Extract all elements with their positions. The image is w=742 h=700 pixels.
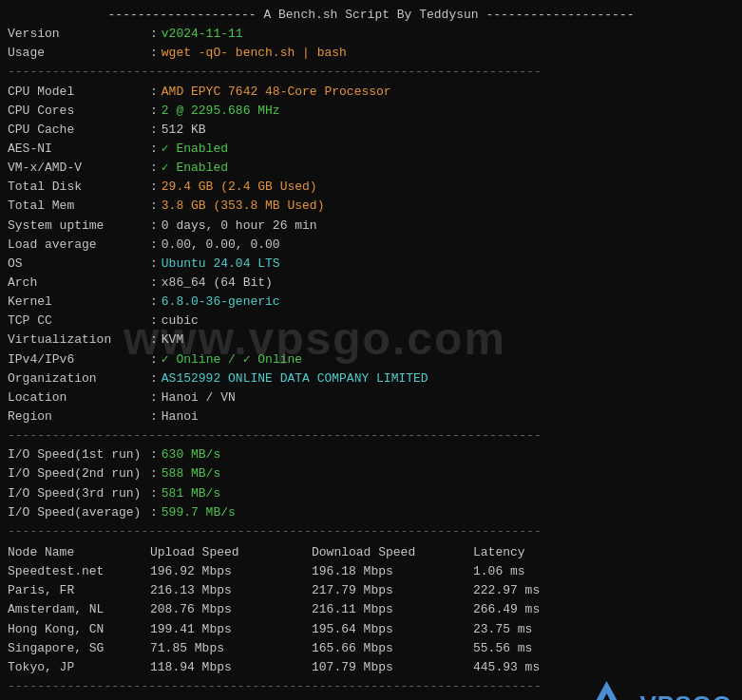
title-line: -------------------- A Bench.sh Script B… bbox=[8, 6, 734, 25]
vm-amd-row: VM-x/AMD-V : ✓ Enabled bbox=[8, 159, 734, 178]
col-upload-header: Upload Speed bbox=[150, 543, 312, 562]
load-value: 0.00, 0.00, 0.00 bbox=[162, 236, 280, 255]
org-label: Organization bbox=[8, 369, 150, 388]
network-upload: 199.41 Mbps bbox=[150, 620, 312, 639]
network-table-row: Amsterdam, NL 208.76 Mbps 216.11 Mbps 26… bbox=[8, 600, 734, 619]
col-latency-header: Latency bbox=[473, 543, 525, 562]
vm-amd-label: VM-x/AMD-V bbox=[8, 159, 150, 178]
io-avg-label: I/O Speed(average) bbox=[8, 503, 150, 522]
title-suffix: -------------------- bbox=[485, 8, 634, 22]
io-run3-row: I/O Speed(3rd run) : 581 MB/s bbox=[8, 484, 734, 503]
ipv4-label: IPv4/IPv6 bbox=[8, 350, 150, 369]
io-run3-label: I/O Speed(3rd run) bbox=[8, 484, 150, 503]
cpu-cores-label: CPU Cores bbox=[8, 102, 150, 121]
network-download: 196.18 Mbps bbox=[312, 562, 473, 581]
io-avg-row: I/O Speed(average) : 599.7 MB/s bbox=[8, 503, 734, 522]
total-disk-value: 29.4 GB (2.4 GB Used) bbox=[162, 178, 317, 197]
io-run1-row: I/O Speed(1st run) : 630 MB/s bbox=[8, 445, 734, 464]
network-latency: 55.56 ms bbox=[473, 639, 532, 658]
vm-amd-value: ✓ Enabled bbox=[162, 159, 228, 178]
network-download: 216.11 Mbps bbox=[312, 600, 473, 619]
network-table-row: Hong Kong, CN 199.41 Mbps 195.64 Mbps 23… bbox=[8, 620, 734, 639]
ipv4-value: ✓ Online / ✓ Online bbox=[162, 350, 302, 369]
usage-row: Usage : wget -qO- bench.sh | bash bbox=[8, 44, 734, 63]
total-mem-value: 3.8 GB (353.8 MB Used) bbox=[162, 197, 325, 216]
network-table-row: Speedtest.net 196.92 Mbps 196.18 Mbps 1.… bbox=[8, 562, 734, 581]
network-table-body: Speedtest.net 196.92 Mbps 196.18 Mbps 1.… bbox=[8, 562, 734, 677]
network-download: 217.79 Mbps bbox=[312, 581, 473, 600]
location-row: Location : Hanoi / VN bbox=[8, 388, 734, 407]
col-node-header: Node Name bbox=[8, 543, 150, 562]
version-value: v2024-11-11 bbox=[162, 25, 243, 44]
cpu-cache-value: 512 KB bbox=[162, 121, 206, 140]
org-row: Organization : AS152992 ONLINE DATA COMP… bbox=[8, 369, 734, 388]
uptime-value: 0 days, 0 hour 26 min bbox=[162, 217, 317, 236]
network-latency: 266.49 ms bbox=[473, 600, 540, 619]
region-label: Region bbox=[8, 407, 150, 426]
network-latency: 445.93 ms bbox=[473, 658, 540, 677]
usage-label: Usage bbox=[8, 44, 150, 63]
aes-ni-row: AES-NI : ✓ Enabled bbox=[8, 140, 734, 159]
virt-row: Virtualization : KVM bbox=[8, 331, 734, 350]
cpu-model-row: CPU Model : AMD EPYC 7642 48-Core Proces… bbox=[8, 83, 734, 102]
io-run1-label: I/O Speed(1st run) bbox=[8, 445, 150, 464]
ipv4-row: IPv4/IPv6 : ✓ Online / ✓ Online bbox=[8, 350, 734, 369]
divider-2: ----------------------------------------… bbox=[8, 426, 734, 445]
total-mem-label: Total Mem bbox=[8, 197, 150, 216]
load-label: Load average bbox=[8, 236, 150, 255]
total-mem-row: Total Mem : 3.8 GB (353.8 MB Used) bbox=[8, 197, 734, 216]
io-run2-value: 588 MB/s bbox=[162, 464, 220, 483]
region-value: Hanoi bbox=[162, 407, 199, 426]
network-table-row: Tokyo, JP 118.94 Mbps 107.79 Mbps 445.93… bbox=[8, 658, 734, 677]
title-prefix: -------------------- bbox=[108, 8, 257, 22]
os-value: Ubuntu 24.04 LTS bbox=[162, 255, 280, 274]
cpu-model-value: AMD EPYC 7642 48-Core Processor bbox=[162, 83, 391, 102]
kernel-row: Kernel : 6.8.0-36-generic bbox=[8, 293, 734, 312]
version-row: Version : v2024-11-11 bbox=[8, 25, 734, 44]
total-disk-label: Total Disk bbox=[8, 178, 150, 197]
kernel-value: 6.8.0-36-generic bbox=[162, 293, 280, 312]
network-upload: 118.94 Mbps bbox=[150, 658, 312, 677]
arch-row: Arch : x86_64 (64 Bit) bbox=[8, 274, 734, 293]
arch-label: Arch bbox=[8, 274, 150, 293]
network-download: 107.79 Mbps bbox=[312, 658, 473, 677]
aes-ni-label: AES-NI bbox=[8, 140, 150, 159]
network-node: Singapore, SG bbox=[8, 639, 150, 658]
os-label: OS bbox=[8, 255, 150, 274]
tcp-cc-label: TCP CC bbox=[8, 312, 150, 331]
network-node: Hong Kong, CN bbox=[8, 620, 150, 639]
total-disk-row: Total Disk : 29.4 GB (2.4 GB Used) bbox=[8, 178, 734, 197]
io-run2-label: I/O Speed(2nd run) bbox=[8, 464, 150, 483]
region-row: Region : Hanoi bbox=[8, 407, 734, 426]
network-upload: 216.13 Mbps bbox=[150, 581, 312, 600]
cpu-model-label: CPU Model bbox=[8, 83, 150, 102]
io-run2-row: I/O Speed(2nd run) : 588 MB/s bbox=[8, 464, 734, 483]
network-download: 165.66 Mbps bbox=[312, 639, 473, 658]
network-node: Tokyo, JP bbox=[8, 658, 150, 677]
io-avg-value: 599.7 MB/s bbox=[162, 503, 236, 522]
vpsgo-logo-icon bbox=[580, 678, 633, 700]
uptime-label: System uptime bbox=[8, 217, 150, 236]
cpu-cache-row: CPU Cache : 512 KB bbox=[8, 121, 734, 140]
uptime-row: System uptime : 0 days, 0 hour 26 min bbox=[8, 217, 734, 236]
logo-text: VPSGO bbox=[640, 686, 732, 700]
title-text: A Bench.sh Script By Teddysun bbox=[257, 8, 486, 22]
arch-value: x86_64 (64 Bit) bbox=[162, 274, 273, 293]
io-run3-value: 581 MB/s bbox=[162, 484, 220, 503]
logo-area: VPSGO bbox=[580, 678, 732, 700]
network-node: Amsterdam, NL bbox=[8, 600, 150, 619]
network-table-row: Singapore, SG 71.85 Mbps 165.66 Mbps 55.… bbox=[8, 639, 734, 658]
network-table-row: Paris, FR 216.13 Mbps 217.79 Mbps 222.97… bbox=[8, 581, 734, 600]
tcp-cc-row: TCP CC : cubic bbox=[8, 312, 734, 331]
os-row: OS : Ubuntu 24.04 LTS bbox=[8, 255, 734, 274]
virt-label: Virtualization bbox=[8, 331, 150, 350]
network-upload: 196.92 Mbps bbox=[150, 562, 312, 581]
network-table-header: Node Name Upload Speed Download Speed La… bbox=[8, 543, 734, 562]
location-label: Location bbox=[8, 388, 150, 407]
divider-3: ----------------------------------------… bbox=[8, 522, 734, 541]
network-node: Speedtest.net bbox=[8, 562, 150, 581]
io-run1-value: 630 MB/s bbox=[162, 445, 220, 464]
network-download: 195.64 Mbps bbox=[312, 620, 473, 639]
tcp-cc-value: cubic bbox=[162, 312, 199, 331]
version-label: Version bbox=[8, 25, 150, 44]
